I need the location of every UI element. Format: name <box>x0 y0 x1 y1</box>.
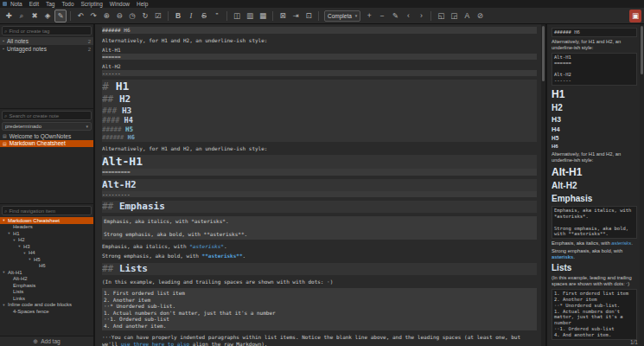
nav-item[interactable]: Headers <box>0 224 93 231</box>
note-folder-select[interactable]: predeterminado ▾ <box>2 122 92 131</box>
nav-item[interactable]: Alt-H2 <box>0 276 93 283</box>
font-increase-icon[interactable]: + <box>363 10 375 22</box>
nav-item[interactable]: ▾Alt-H1 <box>0 269 93 276</box>
preview-heading: H5 <box>552 135 637 142</box>
text-segment: asterisks <box>611 240 631 246</box>
nav-item[interactable]: H6 <box>0 263 93 270</box>
zoom-in-icon[interactable]: ⊕ <box>100 10 112 22</box>
maximize-editor-icon[interactable]: ◱ <box>435 10 447 22</box>
todo-icon[interactable]: ☑ <box>152 10 164 22</box>
note-search-input[interactable] <box>9 113 89 119</box>
font-decrease-icon[interactable]: − <box>376 10 388 22</box>
workspace-select[interactable]: Completa▾ <box>324 10 360 22</box>
nav-back-icon[interactable]: ‹ <box>402 10 414 22</box>
preview-heading: Emphasis <box>552 194 637 204</box>
unlock-note-icon[interactable]: ⊡ <box>303 10 315 22</box>
insert-image-icon[interactable]: ▥ <box>244 10 256 22</box>
preview-scrollbar[interactable] <box>640 24 644 346</box>
nav-item[interactable]: 4-Spaces fence <box>0 308 93 315</box>
nav-item[interactable]: ▾H5 <box>0 256 93 263</box>
tag-note-icon[interactable]: ◈ <box>41 10 54 22</box>
navigation-search-input[interactable] <box>9 208 89 214</box>
find-note-icon[interactable]: ⌕ <box>16 10 28 22</box>
nav-item[interactable]: ▾Markdown Cheatsheet <box>0 217 93 224</box>
typography-icon[interactable]: A <box>461 10 473 22</box>
heading-text: Alt-H1 <box>102 155 143 168</box>
menu-scripting[interactable]: Scripting <box>81 1 103 7</box>
remove-note-icon[interactable]: ✖ <box>29 10 41 22</box>
menu-help[interactable]: Help <box>137 1 148 7</box>
nav-item[interactable]: Emphasis <box>0 282 93 289</box>
tag-search-input[interactable] <box>9 29 89 34</box>
menu-tag[interactable]: Tag <box>46 1 54 7</box>
nav-item[interactable]: ▾H4 <box>0 250 93 257</box>
preview-scrollbar-thumb[interactable] <box>641 26 643 74</box>
preview-heading: H2 <box>552 103 637 113</box>
edit-mode-icon[interactable]: ✎ <box>54 10 67 22</box>
clear-format-icon[interactable]: ⊘ <box>474 10 486 22</box>
nav-item[interactable]: ▾H1 <box>0 230 93 237</box>
tag-label: All notes <box>7 38 29 44</box>
menu-edit[interactable]: Edit <box>29 1 39 7</box>
tree-arrow-icon: ▾ <box>28 257 32 261</box>
toolbar-separator <box>272 11 273 21</box>
nav-forward-icon[interactable]: › <box>415 10 427 22</box>
text-segment: align the raw Markdown). <box>189 341 267 346</box>
recently-edited-icon[interactable]: ◷ <box>126 10 138 22</box>
note-item[interactable]: ▤Welcome to QOwnNotes <box>0 132 93 140</box>
log-panel-icon[interactable]: ▣ <box>629 10 641 22</box>
editor-heading: ###### H6 <box>102 134 537 142</box>
bold-icon[interactable]: B <box>172 10 184 22</box>
nav-item[interactable]: Lists <box>0 289 93 296</box>
nav-label: Alt-H1 <box>8 270 22 275</box>
editor-scrollbar-thumb[interactable] <box>542 26 545 81</box>
tree-arrow-icon: ▾ <box>22 251 27 255</box>
editor-line: Alt-H1 <box>102 47 537 54</box>
markdown-hash-prefix: ###### <box>102 134 128 141</box>
new-note-icon[interactable]: ✚ <box>3 10 15 22</box>
editor-line: ------ <box>102 70 537 77</box>
refresh-icon[interactable]: ↻ <box>139 10 151 22</box>
menu-window[interactable]: Window <box>110 1 130 7</box>
strikethrough-icon[interactable]: S <box>198 10 210 22</box>
insert-link-icon[interactable]: ◫ <box>231 10 243 22</box>
editor-line: ⋅⋅⋅You can have properly indented paragr… <box>102 334 537 346</box>
note-folder-label: predeterminado <box>5 124 41 129</box>
rename-note-icon[interactable]: ✎ <box>389 10 401 22</box>
insert-table-icon[interactable]: ▦ <box>257 10 269 22</box>
editor-line: Alternatively, for H1 and H2, an underli… <box>102 145 537 152</box>
nav-item[interactable]: ▾H2 <box>0 237 93 244</box>
note-icon: ▤ <box>3 141 7 146</box>
nav-item[interactable]: ▾Inline code and code blocks <box>0 302 93 309</box>
editor-heading: # H1 <box>102 80 537 93</box>
nav-item[interactable]: ▾H3 <box>0 243 93 250</box>
zoom-out-icon[interactable]: ⊖ <box>113 10 125 22</box>
tree-arrow-icon: ▾ <box>7 231 11 235</box>
note-item[interactable]: ▤Markdown Cheatsheet <box>0 140 93 148</box>
code-line: 1. First ordered list item <box>104 290 535 297</box>
nav-label: Links <box>13 296 25 301</box>
menu-todo[interactable]: Todo <box>61 1 73 7</box>
app-icon <box>3 2 7 6</box>
add-tag-button[interactable]: ⊕ Add tag <box>0 336 93 346</box>
text-segment: asterisks <box>552 254 573 260</box>
tag-count: 2 <box>88 47 91 52</box>
jump-to-note-icon[interactable]: ⇥ <box>290 10 302 22</box>
blockquote-icon[interactable]: ” <box>211 10 223 22</box>
heading-text: Emphasis <box>119 201 165 212</box>
preview-paragraph: Alternatively, for H1 and H2, an underli… <box>552 39 637 51</box>
lock-note-icon[interactable]: ⊠ <box>277 10 289 22</box>
nav-label: H1 <box>13 231 20 236</box>
menubar: NotaEditTagTodoScriptingWindowHelp <box>0 0 644 8</box>
menu-nota[interactable]: Nota <box>10 1 22 7</box>
code-line: Strong emphasis, aka bold, with **asteri… <box>104 231 535 238</box>
tag-item[interactable]: ⬩Untagged notes2 <box>0 45 93 53</box>
undo-icon[interactable]: ↶ <box>74 10 86 22</box>
nav-item[interactable]: Links <box>0 295 93 302</box>
markdown-editor[interactable]: ###### H6Alternatively, for H1 and H2, a… <box>95 24 545 346</box>
preview-heading: H6 <box>552 144 637 151</box>
italic-icon[interactable]: I <box>185 10 197 22</box>
redo-icon[interactable]: ↷ <box>87 10 99 22</box>
tag-item[interactable]: ⬩All notes2 <box>0 37 93 45</box>
fullscreen-icon[interactable]: ◲ <box>448 10 460 22</box>
